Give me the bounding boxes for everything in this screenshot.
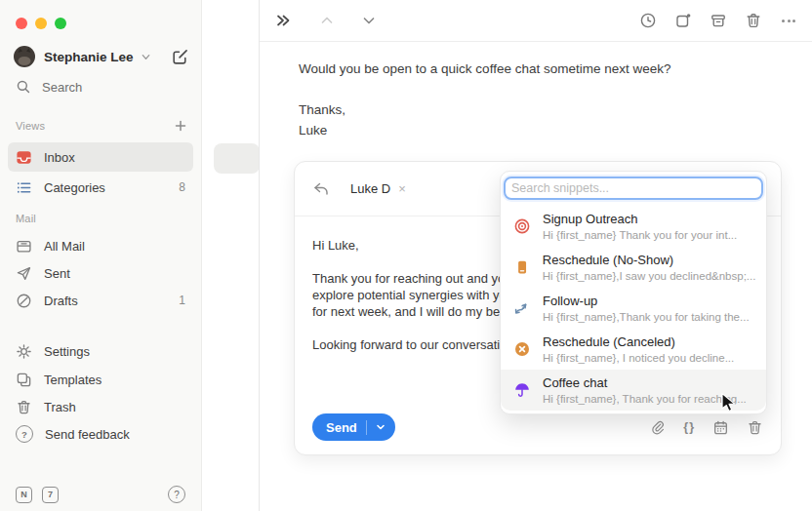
search-button[interactable]: Search <box>16 79 82 95</box>
sidebar-item-label: Send feedback <box>45 427 130 442</box>
snippet-search-input[interactable] <box>504 177 763 200</box>
snippet-preview: Hi {first_name},I saw you declined&nbsp;… <box>543 269 753 283</box>
notes-badge-icon[interactable]: N <box>16 487 32 503</box>
thread-toolbar <box>260 0 812 42</box>
selected-thread-stub[interactable] <box>214 143 260 174</box>
help-circle-icon[interactable]: ? <box>168 486 185 503</box>
mail-section-header: Mail <box>16 213 187 224</box>
sidebar-item-all-mail[interactable]: All Mail <box>8 231 193 260</box>
search-icon <box>16 79 31 95</box>
chevron-down-icon <box>376 422 386 432</box>
send-label: Send <box>326 420 357 435</box>
all-mail-icon <box>16 238 32 255</box>
clock-icon <box>639 12 657 29</box>
next-thread-button[interactable] <box>359 11 379 30</box>
drafts-count: 1 <box>179 294 185 307</box>
mouse-pointer-cursor <box>718 392 738 413</box>
snippet-item-signup-outreach[interactable]: Signup Outreach Hi {first_name} Thank yo… <box>501 206 766 247</box>
send-split-divider <box>366 420 367 435</box>
sidebar-item-inbox[interactable]: Inbox <box>8 142 193 172</box>
views-section-header: Views <box>16 119 187 133</box>
account-switcher[interactable]: Stephanie Lee <box>14 44 189 69</box>
sidebar-item-settings[interactable]: Settings <box>8 336 193 366</box>
snippet-title: Signup Outreach <box>543 212 737 226</box>
umbrella-icon <box>513 381 531 399</box>
previous-thread-button[interactable] <box>317 11 337 30</box>
sidebar-footer: N 7 ? <box>16 486 185 503</box>
sidebar-item-label: Categories <box>44 180 105 195</box>
sidebar: Stephanie Lee Search Views Inbox <box>0 0 202 511</box>
open-in-new-button[interactable] <box>673 11 693 30</box>
sidebar-item-templates[interactable]: Templates <box>8 365 193 394</box>
email-signature: Luke <box>299 120 773 140</box>
zoom-window-button[interactable] <box>55 18 66 29</box>
snippets-braces-icon[interactable]: {} <box>683 420 695 434</box>
snippets-dropdown: Signup Outreach Hi {first_name} Thank yo… <box>500 171 767 414</box>
archive-icon <box>710 12 727 29</box>
email-signoff: Thanks, <box>299 99 773 120</box>
snippet-preview: Hi {first_name},Thank you for taking the… <box>543 310 750 324</box>
door-icon <box>513 258 531 276</box>
snippet-title: Reschedule (Canceled) <box>543 334 734 349</box>
draft-icon <box>16 293 32 309</box>
sidebar-item-label: Settings <box>44 344 90 359</box>
email-body: Would you be open to a quick coffee chat… <box>260 42 812 140</box>
sidebar-item-categories[interactable]: Categories 8 <box>8 173 193 202</box>
target-icon <box>513 217 531 235</box>
avatar <box>14 46 35 67</box>
chevron-down-icon <box>361 13 377 28</box>
delete-button[interactable] <box>744 11 763 30</box>
sidebar-item-label: All Mail <box>44 239 85 254</box>
recipient-chip[interactable]: Luke D <box>350 181 390 196</box>
sidebar-item-label: Trash <box>44 400 76 414</box>
more-options-button[interactable] <box>779 11 798 30</box>
popout-square-icon <box>674 12 692 29</box>
discard-draft-icon[interactable] <box>747 419 763 436</box>
double-arrows-icon <box>513 299 531 317</box>
gear-icon <box>16 343 32 360</box>
snooze-button[interactable] <box>638 11 658 30</box>
categories-icon <box>16 179 32 196</box>
search-label: Search <box>42 80 82 95</box>
remove-recipient-icon[interactable]: × <box>398 181 406 196</box>
sidebar-item-sent[interactable]: Sent <box>8 258 193 288</box>
snippet-preview: Hi {first_name}, Thank you for reaching.… <box>543 392 747 406</box>
question-circle-icon: ? <box>16 425 33 443</box>
sidebar-item-send-feedback[interactable]: ? Send feedback <box>8 419 193 449</box>
inbox-icon <box>16 149 32 166</box>
account-name: Stephanie Lee <box>44 50 134 64</box>
paper-plane-icon <box>16 265 32 282</box>
snippet-title: Reschedule (No-Show) <box>543 253 753 267</box>
snippet-preview: Hi {first_name}, I noticed you decline..… <box>543 351 734 365</box>
add-view-icon[interactable] <box>174 119 187 133</box>
sidebar-item-label: Templates <box>44 373 102 387</box>
sidebar-item-trash[interactable]: Trash <box>8 392 193 421</box>
sidebar-item-label: Sent <box>44 266 70 281</box>
calendar-badge-icon[interactable]: 7 <box>42 487 59 503</box>
expand-list-button[interactable] <box>273 11 293 30</box>
categories-count: 8 <box>179 180 185 194</box>
sidebar-item-label: Inbox <box>44 150 75 165</box>
close-window-button[interactable] <box>16 18 27 29</box>
templates-icon <box>16 372 32 388</box>
minimize-window-button[interactable] <box>35 18 47 29</box>
calendar-icon[interactable] <box>712 419 729 436</box>
reply-arrow-icon <box>312 180 330 197</box>
snippet-item-follow-up[interactable]: Follow-up Hi {first_name},Thank you for … <box>501 288 766 329</box>
email-line: Would you be open to a quick coffee chat… <box>299 59 773 79</box>
trash-icon <box>745 12 762 29</box>
double-chevron-right-icon <box>274 12 292 29</box>
archive-button[interactable] <box>709 11 728 30</box>
snippet-title: Follow-up <box>543 294 750 308</box>
snippet-item-reschedule-canceled[interactable]: Reschedule (Canceled) Hi {first_name}, I… <box>501 329 766 370</box>
collapsed-thread-list <box>202 0 259 511</box>
compose-icon[interactable] <box>171 48 189 66</box>
sidebar-item-drafts[interactable]: Drafts 1 <box>8 286 193 315</box>
chevron-down-icon <box>141 52 151 62</box>
snippet-title: Coffee chat <box>543 375 747 390</box>
attachment-icon[interactable] <box>649 419 666 436</box>
trash-icon <box>16 399 32 415</box>
cancel-circle-icon <box>513 340 531 358</box>
send-button[interactable]: Send <box>312 413 395 441</box>
snippet-item-reschedule-no-show[interactable]: Reschedule (No-Show) Hi {first_name},I s… <box>501 247 766 288</box>
